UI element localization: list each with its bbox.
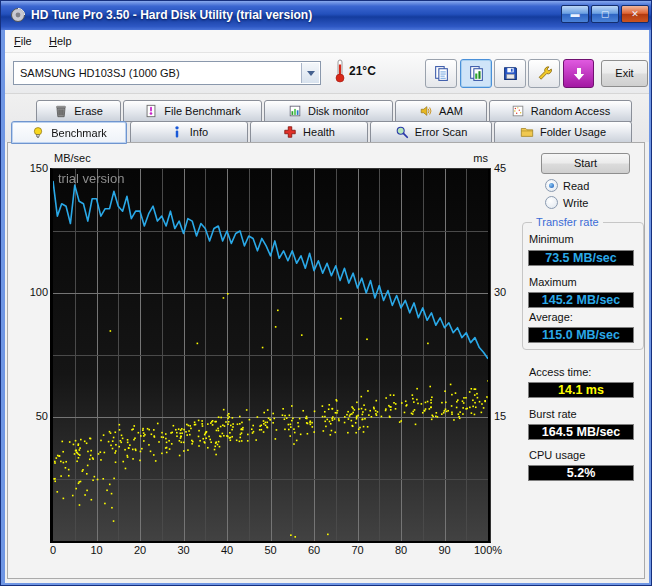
- tab-label: Folder Usage: [540, 126, 606, 138]
- tab-label: Disk monitor: [308, 105, 369, 117]
- radio-read-label: Read: [563, 180, 589, 192]
- bar-chart-icon: [288, 104, 302, 118]
- y-left-tick: 50: [36, 410, 48, 422]
- save-button[interactable]: [494, 59, 526, 88]
- y-right-tick: 30: [494, 286, 506, 298]
- y-left-tick: 150: [30, 162, 48, 174]
- thermometer-icon: [333, 58, 347, 83]
- maximum-value: 145.2 MB/sec: [528, 292, 634, 308]
- burst-rate-value: 164.5 MB/sec: [528, 424, 634, 440]
- maximize-button[interactable]: ▢: [591, 5, 619, 23]
- tab-aam[interactable]: AAM: [395, 100, 487, 122]
- minimum-label: Minimum: [529, 233, 574, 245]
- title-bar[interactable]: HD Tune Pro 3.50 - Hard Disk Utility (tr…: [1, 1, 651, 30]
- trash-icon: [54, 104, 68, 118]
- temperature-value: 21°C: [349, 64, 376, 78]
- menu-help[interactable]: Help: [45, 34, 76, 48]
- tab-label: Health: [303, 126, 335, 138]
- download-arrow-icon: [571, 66, 587, 82]
- radio-write[interactable]: Write: [545, 196, 588, 209]
- benchmark-page: MB/sec ms trial version 15010050 453015 …: [7, 142, 645, 579]
- x-axis-tick: 80: [395, 544, 407, 556]
- y-left-ticks: 15010050: [8, 169, 48, 541]
- speaker-icon: [419, 104, 433, 118]
- tab-label: Random Access: [531, 105, 610, 117]
- dropdown-arrow-icon[interactable]: [301, 63, 319, 83]
- wrench-icon: [536, 65, 553, 82]
- cpu-usage-label: CPU usage: [529, 449, 585, 461]
- tab-label: Erase: [74, 105, 103, 117]
- y-right-ticks: 453015: [494, 169, 524, 541]
- tab-strip: Erase File Benchmark Disk monitor AAM Ra…: [5, 94, 649, 142]
- burst-rate-label: Burst rate: [529, 408, 577, 420]
- info-icon: [170, 125, 184, 139]
- trial-watermark: trial version: [58, 171, 124, 186]
- access-time-value: 14.1 ms: [528, 382, 634, 398]
- options-button[interactable]: [528, 59, 560, 88]
- tab-random-access[interactable]: Random Access: [489, 100, 632, 122]
- tab-error-scan[interactable]: Error Scan: [370, 121, 492, 143]
- radio-write-circle[interactable]: [545, 196, 558, 209]
- radio-write-label: Write: [563, 197, 588, 209]
- window-content: File Help SAMSUNG HD103SJ (1000 GB) 21°C: [5, 30, 649, 583]
- save-icon: [502, 65, 519, 82]
- exit-button[interactable]: Exit: [601, 60, 648, 87]
- tab-label: File Benchmark: [164, 105, 240, 117]
- tab-file-benchmark[interactable]: File Benchmark: [123, 100, 262, 122]
- transfer-rate-title: Transfer rate: [532, 216, 603, 228]
- x-axis-tick: 90: [438, 544, 450, 556]
- radio-read[interactable]: Read: [545, 179, 589, 192]
- scatter-dots-icon: [511, 104, 525, 118]
- copy-icon: [433, 65, 450, 82]
- x-axis-tick: 50: [264, 544, 276, 556]
- y-right-tick: 45: [494, 162, 506, 174]
- y-right-axis-title: ms: [440, 152, 488, 164]
- tab-health[interactable]: Health: [250, 121, 368, 143]
- folder-icon: [520, 125, 534, 139]
- tab-disk-monitor[interactable]: Disk monitor: [264, 100, 393, 122]
- update-button[interactable]: [563, 59, 594, 88]
- start-button[interactable]: Start: [541, 153, 630, 174]
- app-icon: [10, 7, 26, 23]
- x-axis-tick: 0: [50, 544, 56, 556]
- x-axis-tick: 100%: [474, 544, 502, 556]
- tab-folder-usage[interactable]: Folder Usage: [494, 121, 632, 143]
- radio-read-circle[interactable]: [545, 179, 558, 192]
- maximum-label: Maximum: [529, 276, 577, 288]
- red-cross-icon: [283, 125, 297, 139]
- benchmark-plot: trial version: [50, 168, 491, 543]
- copy-screenshot-icon: [468, 65, 485, 82]
- x-axis-tick: 70: [351, 544, 363, 556]
- drive-selector[interactable]: SAMSUNG HD103SJ (1000 GB): [13, 61, 321, 85]
- magnifier-icon: [395, 125, 409, 139]
- x-axis-tick: 30: [177, 544, 189, 556]
- minimum-value: 73.5 MB/sec: [528, 250, 634, 266]
- tab-benchmark[interactable]: Benchmark: [11, 121, 127, 144]
- toolbar: SAMSUNG HD103SJ (1000 GB) 21°C: [5, 53, 649, 94]
- x-axis-tick: 20: [134, 544, 146, 556]
- x-axis-ticks: 0102030405060708090100%: [53, 544, 488, 558]
- close-button[interactable]: ✕: [621, 5, 649, 23]
- x-axis-tick: 60: [308, 544, 320, 556]
- minimize-button[interactable]: ▬: [561, 5, 589, 23]
- copy-screenshot-button[interactable]: [460, 59, 492, 88]
- copy-button[interactable]: [425, 59, 457, 88]
- x-axis-tick: 10: [90, 544, 102, 556]
- window-title: HD Tune Pro 3.50 - Hard Disk Utility (tr…: [31, 8, 312, 22]
- cpu-usage-value: 5.2%: [528, 465, 634, 481]
- drive-selector-value: SAMSUNG HD103SJ (1000 GB): [20, 67, 180, 79]
- chart-canvas: [53, 169, 488, 541]
- average-value: 115.0 MB/sec: [528, 327, 634, 343]
- y-right-tick: 15: [494, 410, 506, 422]
- tab-erase[interactable]: Erase: [36, 100, 121, 122]
- tab-label: Benchmark: [51, 127, 107, 139]
- average-label: Average:: [529, 311, 573, 323]
- access-time-label: Access time:: [529, 366, 591, 378]
- lightbulb-icon: [31, 126, 45, 140]
- app-window: HD Tune Pro 3.50 - Hard Disk Utility (tr…: [0, 0, 652, 586]
- menu-file[interactable]: File: [10, 34, 36, 48]
- y-left-axis-title: MB/sec: [54, 152, 91, 164]
- tab-info[interactable]: Info: [130, 121, 248, 143]
- tab-label: AAM: [439, 105, 463, 117]
- x-axis-tick: 40: [221, 544, 233, 556]
